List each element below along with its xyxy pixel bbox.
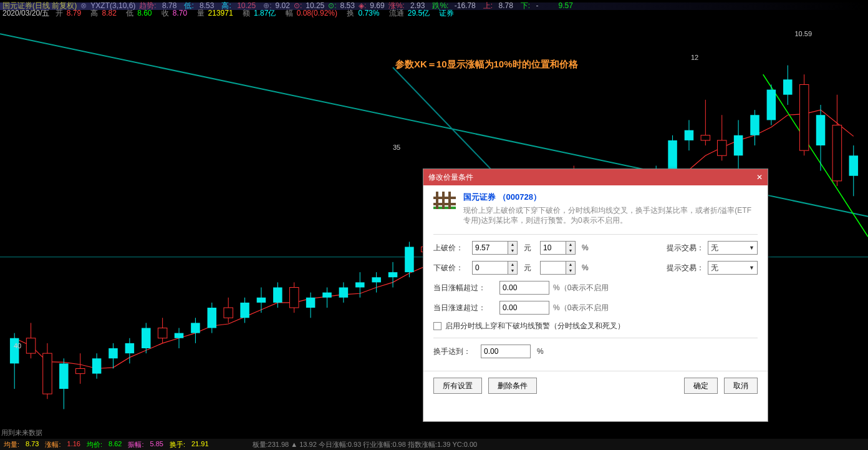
chevron-down-icon: ▼: [749, 265, 755, 271]
down-pct-input[interactable]: ▲▼: [540, 261, 576, 275]
status-avgprice: 均价:: [87, 440, 102, 449]
svg-rect-14: [75, 369, 85, 374]
turnover-label: 换手达到：: [433, 346, 477, 357]
spin-up-icon[interactable]: ▲: [508, 262, 517, 268]
sector: 证券: [439, 9, 454, 17]
high2-label: 高: [90, 9, 98, 17]
hint-trade-select-up[interactable]: 无▼: [708, 241, 758, 255]
range-label: 幅: [286, 9, 293, 17]
svg-rect-92: [717, 140, 726, 155]
svg-rect-32: [224, 308, 233, 318]
svg-rect-44: [322, 293, 332, 298]
svg-rect-38: [273, 288, 282, 303]
svg-rect-96: [750, 115, 760, 135]
close-icon[interactable]: ✕: [756, 169, 763, 185]
speed-label: 当日涨速超过：: [433, 303, 496, 313]
dialog-titlebar[interactable]: 修改价量条件 ✕: [423, 169, 768, 185]
spin-up-icon[interactable]: ▲: [508, 242, 517, 248]
spin-up-icon[interactable]: ▲: [566, 262, 575, 268]
open-label: 开: [55, 9, 63, 17]
status-amp: 振幅:: [128, 440, 143, 449]
float-value: 29.5亿: [408, 9, 430, 17]
svg-rect-98: [767, 90, 776, 120]
count-12: 12: [691, 54, 698, 61]
close-label: 收: [162, 9, 169, 17]
all-settings-button[interactable]: 所有设置: [433, 378, 482, 394]
turn-value: 0.73%: [358, 9, 379, 17]
chevron-down-icon: ▼: [749, 245, 755, 251]
open-value: 8.79: [67, 9, 81, 17]
checkbox-label: 启用分时线上穿和下破均线预警（分时线金叉和死叉）: [445, 321, 625, 331]
svg-rect-22: [142, 328, 151, 349]
count-35: 35: [393, 144, 400, 151]
unit-yuan: 元: [524, 243, 531, 253]
speed-input[interactable]: [499, 301, 549, 315]
turn-label: 换: [347, 9, 354, 17]
svg-rect-104: [816, 115, 826, 145]
status-mid: 板量:231.98 ▲ 13.92 今日涨幅:0.93 行业涨幅:0.98 指数…: [253, 440, 478, 449]
price-high-label: 10.59: [794, 30, 812, 37]
dialog-title: 修改价量条件: [428, 169, 473, 185]
svg-rect-36: [257, 298, 266, 303]
unit-pct: %: [582, 243, 589, 252]
checkbox-icon: [433, 322, 441, 330]
svg-rect-12: [59, 363, 69, 389]
turnover-input[interactable]: [481, 345, 531, 358]
spin-up-icon[interactable]: ▲: [566, 242, 575, 248]
up-pct-input[interactable]: ▲▼: [540, 241, 576, 255]
down-price-input[interactable]: ▲▼: [472, 261, 518, 275]
low2-value: 8.60: [137, 9, 152, 17]
svg-rect-108: [849, 155, 859, 176]
svg-rect-10: [43, 353, 52, 394]
count-40: 40: [14, 342, 21, 350]
svg-rect-30: [208, 308, 217, 328]
svg-rect-88: [685, 130, 694, 140]
cancel-button[interactable]: 取消: [724, 378, 758, 394]
gain-input[interactable]: [499, 281, 549, 295]
price-condition-dialog: 修改价量条件 ✕ 国元证券 （000728） 现价上穿上破价或下穿下破价，分时线…: [423, 169, 768, 422]
ma-cross-checkbox[interactable]: 启用分时线上穿和下破均线预警（分时线金叉和死叉）: [433, 321, 758, 331]
hint-trade-select-down[interactable]: 无▼: [708, 261, 758, 275]
svg-rect-40: [289, 288, 299, 308]
unit-pct: %: [582, 263, 589, 272]
hint-trade-label: 提示交易：: [667, 243, 704, 253]
svg-rect-26: [175, 333, 184, 338]
svg-rect-48: [355, 282, 365, 287]
hint-trade-label: 提示交易：: [667, 263, 704, 273]
up-price-label: 上破价：: [433, 243, 468, 253]
amt-value: 1.87亿: [254, 9, 276, 17]
svg-rect-18: [109, 348, 118, 358]
svg-rect-46: [339, 288, 349, 298]
status-bar: 均量:8.73 涨幅:1.16 均价:8.62 振幅:5.85 换手:21.91…: [0, 439, 868, 450]
svg-rect-20: [125, 343, 135, 353]
svg-rect-50: [372, 277, 381, 282]
svg-rect-42: [306, 298, 316, 308]
low2-label: 低: [126, 9, 133, 17]
amt-label: 额: [243, 9, 250, 17]
svg-rect-16: [92, 358, 102, 373]
svg-rect-34: [240, 303, 249, 318]
vol-label: 量: [197, 9, 205, 17]
spin-down-icon[interactable]: ▼: [508, 268, 517, 274]
down-price-label: 下破价：: [433, 263, 468, 273]
ok-button[interactable]: 确定: [684, 378, 718, 394]
speed-hint: %（0表示不启用: [553, 303, 609, 313]
svg-rect-52: [388, 272, 398, 277]
svg-rect-8: [26, 338, 36, 353]
vol-value: 213971: [208, 9, 233, 17]
svg-rect-106: [832, 125, 842, 181]
status-turn: 换手:: [170, 440, 185, 449]
range-value: 0.08(0.92%): [297, 9, 337, 17]
gain-label: 当日涨幅超过：: [433, 283, 496, 293]
spin-down-icon[interactable]: ▼: [566, 248, 575, 254]
spin-down-icon[interactable]: ▼: [566, 268, 575, 274]
delete-condition-button[interactable]: 删除条件: [488, 378, 537, 394]
status-avgvol: 均量:: [4, 440, 19, 449]
svg-rect-100: [783, 79, 793, 94]
unit-pct: %: [537, 347, 544, 356]
close-value: 8.70: [173, 9, 187, 17]
svg-rect-54: [405, 247, 414, 273]
up-price-input[interactable]: ▲▼: [472, 241, 518, 255]
float-label: 流通: [389, 9, 404, 17]
spin-down-icon[interactable]: ▼: [508, 248, 517, 254]
